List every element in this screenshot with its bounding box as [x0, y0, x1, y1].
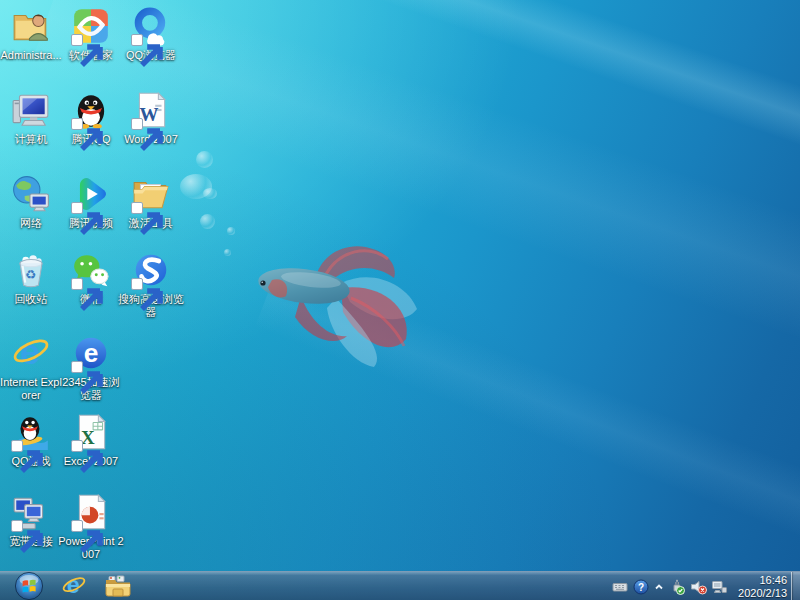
2345-browser-icon: e	[71, 333, 111, 373]
svg-text:e: e	[67, 573, 80, 598]
desktop: Administra... 软件管家 QQ浏览器	[0, 0, 800, 600]
shortcut-arrow-icon	[71, 34, 83, 46]
network-status-icon[interactable]	[710, 578, 728, 596]
shortcut-arrow-icon	[71, 278, 83, 290]
folder-icon	[104, 573, 132, 599]
desktop-icon-label: Administra...	[0, 49, 64, 62]
system-tray: ?	[611, 572, 728, 600]
shortcut-arrow-icon	[71, 118, 83, 130]
ie-icon: e	[11, 333, 51, 373]
broadband-connection-icon	[11, 492, 51, 532]
excel-icon: X	[71, 412, 111, 452]
shortcut-arrow-icon	[71, 361, 83, 373]
shortcut-arrow-icon	[71, 440, 83, 452]
shortcut-arrow-icon	[131, 34, 143, 46]
svg-text:♻: ♻	[25, 268, 36, 282]
bubble	[224, 249, 231, 256]
desktop-icon-internet-explorer[interactable]: e Internet Explorer	[0, 333, 64, 402]
desktop-icon-broadband[interactable]: 宽带连接	[0, 492, 64, 548]
qq-games-icon	[11, 412, 51, 452]
bubble	[203, 188, 217, 199]
desktop-icon-activation-tools[interactable]: 激活工具	[118, 174, 184, 230]
bubble	[196, 151, 213, 168]
desktop-icon-qq-games[interactable]: QQ游戏	[0, 412, 64, 468]
shortcut-arrow-icon	[131, 118, 143, 130]
help-center-icon[interactable]: ?	[632, 578, 650, 596]
desktop-icon-wechat[interactable]: 微信	[58, 250, 124, 306]
windows-logo-icon	[14, 571, 44, 600]
shortcut-arrow-icon	[131, 278, 143, 290]
computer-icon	[11, 90, 51, 130]
input-method-keyboard-icon[interactable]	[611, 578, 629, 596]
show-hidden-icons-button[interactable]	[653, 578, 665, 596]
desktop-icon-recycle-bin[interactable]: ♻ 回收站	[0, 250, 64, 306]
desktop-icon-software-manager[interactable]: 软件管家	[58, 6, 124, 62]
betta-fish-wallpaper-image	[256, 228, 436, 373]
desktop-icon-computer[interactable]: 计算机	[0, 90, 64, 146]
taskbar-windows-explorer-button[interactable]	[104, 573, 132, 599]
software-manager-icon	[71, 6, 111, 46]
recycle-bin-icon: ♻	[11, 250, 51, 290]
desktop-icon-network[interactable]: 网络	[0, 174, 64, 230]
wechat-icon	[71, 250, 111, 290]
show-desktop-button[interactable]	[791, 572, 800, 600]
ie-icon: e	[61, 573, 87, 599]
start-button[interactable]	[14, 571, 44, 600]
clock-date: 2020/2/13	[738, 587, 787, 600]
desktop-icon-2345-browser[interactable]: e 2345加速浏览器	[58, 333, 124, 402]
shortcut-arrow-icon	[71, 202, 83, 214]
bubble	[200, 214, 215, 229]
powerpoint-icon	[71, 492, 111, 532]
usb-safely-remove-icon[interactable]	[668, 578, 686, 596]
sogou-browser-icon	[131, 250, 171, 290]
svg-text:?: ?	[638, 581, 644, 592]
bubble	[227, 227, 235, 235]
desktop-icon-word-2007[interactable]: W Word 2007	[118, 90, 184, 146]
word-icon: W	[131, 90, 171, 130]
volume-muted-icon[interactable]	[689, 578, 707, 596]
desktop-icon-label: 回收站	[0, 293, 64, 306]
desktop-icon-tencent-video[interactable]: 腾讯视频	[58, 174, 124, 230]
qq-browser-icon	[131, 6, 171, 46]
desktop-icon-excel-2007[interactable]: X Excel 2007	[58, 412, 124, 468]
user-folder-icon	[11, 6, 51, 46]
qq-penguin-icon	[71, 90, 111, 130]
taskbar: e ?	[0, 571, 800, 600]
desktop-icon-sogou-browser[interactable]: 搜狗高速浏览器	[118, 250, 184, 319]
desktop-icon-label: Internet Explorer	[0, 376, 64, 402]
taskbar-clock[interactable]: 16:46 2020/2/13	[738, 572, 787, 600]
desktop-icon-qq-browser[interactable]: QQ浏览器	[118, 6, 184, 62]
desktop-icon-label: 网络	[0, 217, 64, 230]
shortcut-arrow-icon	[131, 202, 143, 214]
taskbar-internet-explorer-button[interactable]: e	[61, 573, 87, 599]
svg-text:e: e	[20, 333, 40, 372]
desktop-icon-administrator[interactable]: Administra...	[0, 6, 64, 62]
desktop-icon-powerpoint-2007[interactable]: PowerPoint 2007	[58, 492, 124, 561]
desktop-icon-tencent-qq[interactable]: 腾讯QQ	[58, 90, 124, 146]
shortcut-arrow-icon	[71, 520, 83, 532]
clock-time: 16:46	[759, 574, 787, 587]
shortcut-arrow-icon	[11, 440, 23, 452]
tencent-video-icon	[71, 174, 111, 214]
shortcut-arrow-icon	[11, 520, 23, 532]
network-globe-icon	[11, 174, 51, 214]
open-folder-icon	[131, 174, 171, 214]
desktop-icon-label: 计算机	[0, 133, 64, 146]
